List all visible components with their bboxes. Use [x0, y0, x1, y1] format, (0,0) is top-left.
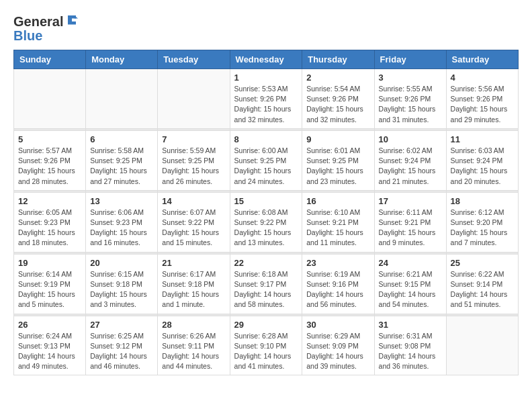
day-info: Sunrise: 6:24 AM Sunset: 9:13 PM Dayligh…: [18, 331, 81, 372]
day-number: 2: [306, 73, 369, 83]
calendar-cell: 25Sunrise: 6:22 AM Sunset: 9:14 PM Dayli…: [446, 254, 518, 314]
day-info: Sunrise: 5:55 AM Sunset: 9:26 PM Dayligh…: [379, 84, 442, 125]
day-info: Sunrise: 5:59 AM Sunset: 9:25 PM Dayligh…: [162, 146, 225, 187]
day-info: Sunrise: 6:07 AM Sunset: 9:22 PM Dayligh…: [162, 208, 225, 248]
day-info: Sunrise: 6:12 AM Sunset: 9:20 PM Dayligh…: [451, 208, 514, 248]
day-info: Sunrise: 6:21 AM Sunset: 9:15 PM Dayligh…: [379, 269, 442, 310]
calendar-week-row: 26Sunrise: 6:24 AM Sunset: 9:13 PM Dayli…: [14, 316, 519, 375]
calendar-week-row: 5Sunrise: 5:57 AM Sunset: 9:26 PM Daylig…: [14, 130, 519, 190]
calendar-cell: 4Sunrise: 5:56 AM Sunset: 9:26 PM Daylig…: [446, 69, 518, 129]
day-info: Sunrise: 6:11 AM Sunset: 9:21 PM Dayligh…: [379, 208, 442, 248]
day-info: Sunrise: 5:57 AM Sunset: 9:26 PM Dayligh…: [18, 146, 81, 187]
calendar-cell: 8Sunrise: 6:00 AM Sunset: 9:25 PM Daylig…: [230, 130, 302, 190]
day-number: 11: [451, 134, 514, 144]
day-info: Sunrise: 5:53 AM Sunset: 9:26 PM Dayligh…: [234, 84, 298, 125]
day-number: 1: [234, 73, 298, 83]
day-info: Sunrise: 6:22 AM Sunset: 9:14 PM Dayligh…: [451, 269, 514, 310]
calendar-cell: 27Sunrise: 6:25 AM Sunset: 9:12 PM Dayli…: [86, 316, 158, 375]
day-number: 6: [90, 134, 153, 144]
day-number: 19: [18, 258, 81, 268]
calendar-cell: 9Sunrise: 6:01 AM Sunset: 9:25 PM Daylig…: [302, 130, 374, 190]
weekday-header-wednesday: Wednesday: [230, 50, 302, 69]
calendar-table: SundayMondayTuesdayWednesdayThursdayFrid…: [13, 50, 519, 375]
day-number: 29: [234, 320, 298, 330]
day-info: Sunrise: 6:15 AM Sunset: 9:18 PM Dayligh…: [90, 269, 153, 310]
calendar-cell: 28Sunrise: 6:26 AM Sunset: 9:11 PM Dayli…: [158, 316, 230, 375]
weekday-header-sunday: Sunday: [14, 50, 86, 69]
calendar-cell: 2Sunrise: 5:54 AM Sunset: 9:26 PM Daylig…: [302, 69, 374, 129]
day-info: Sunrise: 6:00 AM Sunset: 9:25 PM Dayligh…: [234, 146, 298, 187]
day-number: 27: [90, 320, 153, 330]
calendar-cell: 17Sunrise: 6:11 AM Sunset: 9:21 PM Dayli…: [374, 192, 446, 252]
day-info: Sunrise: 6:31 AM Sunset: 9:08 PM Dayligh…: [379, 331, 442, 372]
calendar-cell: 23Sunrise: 6:19 AM Sunset: 9:16 PM Dayli…: [302, 254, 374, 314]
day-number: 12: [18, 196, 81, 206]
calendar-cell: 31Sunrise: 6:31 AM Sunset: 9:08 PM Dayli…: [374, 316, 446, 375]
day-number: 25: [451, 258, 514, 268]
logo: General Blue: [13, 13, 81, 43]
day-info: Sunrise: 5:54 AM Sunset: 9:26 PM Dayligh…: [306, 84, 369, 125]
calendar-week-row: 1Sunrise: 5:53 AM Sunset: 9:26 PM Daylig…: [14, 69, 519, 129]
day-number: 23: [306, 258, 369, 268]
calendar-cell: 5Sunrise: 5:57 AM Sunset: 9:26 PM Daylig…: [14, 130, 86, 190]
day-info: Sunrise: 5:58 AM Sunset: 9:25 PM Dayligh…: [90, 146, 153, 187]
calendar-cell: 26Sunrise: 6:24 AM Sunset: 9:13 PM Dayli…: [14, 316, 86, 375]
calendar-cell: 22Sunrise: 6:18 AM Sunset: 9:17 PM Dayli…: [230, 254, 302, 314]
weekday-header-thursday: Thursday: [302, 50, 374, 69]
calendar-cell: 21Sunrise: 6:17 AM Sunset: 9:18 PM Dayli…: [158, 254, 230, 314]
calendar-cell: 24Sunrise: 6:21 AM Sunset: 9:15 PM Dayli…: [374, 254, 446, 314]
page-header: General Blue: [13, 13, 519, 43]
calendar-cell: 29Sunrise: 6:28 AM Sunset: 9:10 PM Dayli…: [230, 316, 302, 375]
day-info: Sunrise: 6:19 AM Sunset: 9:16 PM Dayligh…: [306, 269, 369, 310]
day-info: Sunrise: 6:14 AM Sunset: 9:19 PM Dayligh…: [18, 269, 81, 310]
day-info: Sunrise: 6:29 AM Sunset: 9:09 PM Dayligh…: [306, 331, 369, 372]
day-info: Sunrise: 6:02 AM Sunset: 9:24 PM Dayligh…: [379, 146, 442, 187]
day-number: 24: [379, 258, 442, 268]
logo-blue-text: Blue: [13, 28, 81, 43]
calendar-cell: [158, 69, 230, 129]
weekday-header-monday: Monday: [86, 50, 158, 69]
day-number: 4: [451, 73, 514, 83]
weekday-header-saturday: Saturday: [446, 50, 518, 69]
calendar-cell: 15Sunrise: 6:08 AM Sunset: 9:22 PM Dayli…: [230, 192, 302, 252]
calendar-cell: 13Sunrise: 6:06 AM Sunset: 9:23 PM Dayli…: [86, 192, 158, 252]
calendar-cell: 19Sunrise: 6:14 AM Sunset: 9:19 PM Dayli…: [14, 254, 86, 314]
day-info: Sunrise: 5:56 AM Sunset: 9:26 PM Dayligh…: [451, 84, 514, 125]
calendar-cell: 7Sunrise: 5:59 AM Sunset: 9:25 PM Daylig…: [158, 130, 230, 190]
day-number: 10: [379, 134, 442, 144]
day-info: Sunrise: 6:25 AM Sunset: 9:12 PM Dayligh…: [90, 331, 153, 372]
day-number: 26: [18, 320, 81, 330]
calendar-cell: 3Sunrise: 5:55 AM Sunset: 9:26 PM Daylig…: [374, 69, 446, 129]
day-number: 7: [162, 134, 225, 144]
day-info: Sunrise: 6:17 AM Sunset: 9:18 PM Dayligh…: [162, 269, 225, 310]
day-number: 31: [379, 320, 442, 330]
calendar-cell: 11Sunrise: 6:03 AM Sunset: 9:24 PM Dayli…: [446, 130, 518, 190]
logo-flag-icon: [65, 13, 81, 30]
day-number: 3: [379, 73, 442, 83]
day-info: Sunrise: 6:26 AM Sunset: 9:11 PM Dayligh…: [162, 331, 225, 372]
day-number: 28: [162, 320, 225, 330]
day-number: 16: [306, 196, 369, 206]
svg-marker-1: [75, 15, 78, 19]
day-number: 20: [90, 258, 153, 268]
day-number: 30: [306, 320, 369, 330]
day-info: Sunrise: 6:08 AM Sunset: 9:22 PM Dayligh…: [234, 208, 298, 248]
day-number: 15: [234, 196, 298, 206]
logo-container: General Blue: [13, 13, 81, 43]
calendar-cell: 12Sunrise: 6:05 AM Sunset: 9:23 PM Dayli…: [14, 192, 86, 252]
day-info: Sunrise: 6:03 AM Sunset: 9:24 PM Dayligh…: [451, 146, 514, 187]
day-info: Sunrise: 6:01 AM Sunset: 9:25 PM Dayligh…: [306, 146, 369, 187]
day-info: Sunrise: 6:05 AM Sunset: 9:23 PM Dayligh…: [18, 208, 81, 248]
calendar-cell: [446, 316, 518, 375]
day-number: 21: [162, 258, 225, 268]
calendar-cell: 20Sunrise: 6:15 AM Sunset: 9:18 PM Dayli…: [86, 254, 158, 314]
calendar-week-row: 12Sunrise: 6:05 AM Sunset: 9:23 PM Dayli…: [14, 192, 519, 252]
calendar-cell: 6Sunrise: 5:58 AM Sunset: 9:25 PM Daylig…: [86, 130, 158, 190]
day-number: 17: [379, 196, 442, 206]
calendar-cell: [14, 69, 86, 129]
calendar-cell: 1Sunrise: 5:53 AM Sunset: 9:26 PM Daylig…: [230, 69, 302, 129]
day-info: Sunrise: 6:28 AM Sunset: 9:10 PM Dayligh…: [234, 331, 298, 372]
day-number: 22: [234, 258, 298, 268]
day-number: 5: [18, 134, 81, 144]
day-number: 18: [451, 196, 514, 206]
